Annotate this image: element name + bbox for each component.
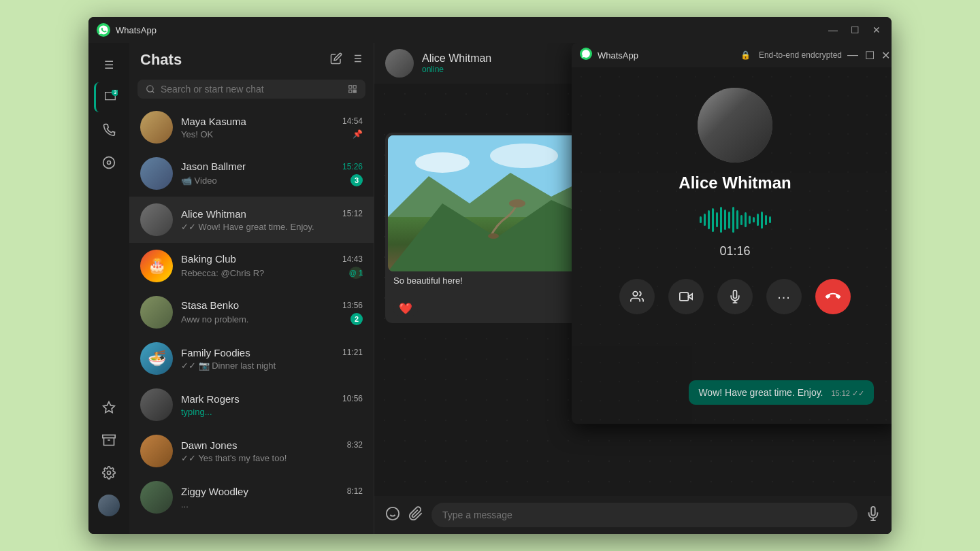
chat-item-jason[interactable]: Jason Ballmer 15:26 📹 Video 3 — [129, 150, 374, 197]
chat-item-baking[interactable]: 🎂 Baking Club 14:43 Rebecca: @Chris R? @… — [129, 243, 374, 289]
chat-last-maya: Yes! OK — [181, 129, 213, 139]
search-qr-icon — [348, 84, 357, 94]
call-title: WhatsApp — [598, 50, 735, 61]
chat-last-mark: typing... — [181, 407, 212, 417]
call-bubble-time: 15:12 ✓✓ — [831, 389, 864, 398]
chat-item-alice[interactable]: Alice Whitman 15:12 ✓✓ Wow! Have great t… — [129, 197, 374, 243]
svg-point-29 — [415, 152, 470, 173]
chat-time-mark: 10:56 — [342, 394, 363, 403]
lock-icon: 🔒 — [740, 50, 751, 60]
menu-icon[interactable]: ☰ — [94, 50, 124, 80]
sidebar-archive[interactable] — [94, 425, 124, 455]
wave-bar-11 — [740, 215, 742, 225]
end-call-btn[interactable] — [815, 279, 851, 314]
chats-header: Chats — [129, 43, 374, 77]
call-minimize-btn[interactable]: — — [847, 49, 858, 62]
chat-info-jason: Jason Ballmer 15:26 📹 Video 3 — [181, 161, 363, 186]
app-title: WhatsApp — [116, 25, 826, 35]
chat-info-stasa: Stasa Benko 13:56 Aww no problem. 2 — [181, 299, 363, 325]
call-overlay: WhatsApp 🔒 End-to-end endcrypted — ☐ ✕ A… — [572, 43, 892, 424]
emoji-button[interactable] — [385, 506, 400, 524]
svg-rect-43 — [680, 293, 689, 301]
msg-reaction[interactable]: ❤️ — [393, 301, 418, 316]
wave-bar-4 — [712, 208, 714, 232]
attach-button[interactable] — [408, 506, 423, 524]
chat-info-alice: Alice Whitman 15:12 ✓✓ Wow! Have great t… — [181, 208, 363, 232]
call-close-btn[interactable]: ✕ — [881, 49, 890, 62]
sidebar-bottom — [94, 393, 124, 527]
chat-time-alice: 15:12 — [342, 209, 363, 218]
sidebar-settings[interactable] — [94, 458, 124, 488]
chat-name-baking: Baking Club — [181, 253, 236, 265]
svg-rect-19 — [349, 90, 352, 93]
icon-sidebar: ☰ 3 — [88, 43, 129, 534]
svg-rect-21 — [355, 90, 357, 91]
chat-name-family: Family Foodies — [181, 347, 250, 358]
wave-bar-9 — [732, 207, 734, 233]
wave-bar-10 — [736, 210, 738, 229]
wave-bar-13 — [749, 216, 751, 224]
wave-bar-5 — [716, 212, 718, 227]
sidebar-item-calls[interactable] — [94, 115, 124, 145]
sidebar-item-status[interactable] — [94, 148, 124, 178]
svg-point-3 — [103, 157, 115, 169]
svg-point-30 — [490, 144, 558, 168]
chat-name-stasa: Stasa Benko — [181, 299, 239, 311]
search-input[interactable] — [161, 84, 342, 95]
search-bar — [137, 80, 365, 99]
chat-time-ziggy: 8:12 — [347, 486, 363, 496]
wave-bar-14 — [753, 217, 755, 222]
call-avatar-image — [698, 88, 772, 163]
call-body: Alice Whitman — [572, 67, 892, 424]
new-chat-icon[interactable] — [330, 52, 342, 67]
call-bubble-text: Wow! Have great time. Enjoy. — [698, 387, 823, 398]
chat-time-maya: 14:54 — [342, 116, 363, 126]
wave-bar-16 — [761, 212, 763, 229]
svg-line-16 — [152, 91, 154, 93]
svg-point-15 — [147, 86, 153, 92]
svg-point-34 — [488, 233, 499, 239]
message-input[interactable] — [431, 503, 858, 527]
whatsapp-logo — [97, 23, 110, 37]
chats-panel: Chats — [129, 43, 374, 534]
chat-time-stasa: 13:56 — [342, 301, 363, 310]
wave-bar-18 — [769, 216, 771, 223]
chat-last-stasa: Aww no problem. — [181, 314, 248, 324]
call-window-controls: — ☐ ✕ — [847, 49, 890, 62]
chat-item-ziggy[interactable]: Ziggy Woodley 8:12 ... — [129, 474, 374, 520]
maximize-btn[interactable]: ☐ — [848, 23, 862, 37]
chat-name-alice: Alice Whitman — [181, 208, 246, 220]
title-bar: WhatsApp — ☐ ✕ — [88, 17, 892, 43]
chat-main: Alice Whitman online — [374, 43, 892, 534]
minimize-btn[interactable]: — — [826, 23, 840, 37]
switch-view-btn[interactable] — [619, 279, 655, 314]
svg-rect-23 — [355, 92, 357, 93]
chat-time-family: 11:21 — [342, 348, 363, 357]
mute-btn[interactable] — [717, 279, 753, 314]
close-btn[interactable]: ✕ — [870, 23, 883, 37]
chat-name-jason: Jason Ballmer — [181, 161, 246, 172]
call-waveform — [700, 206, 771, 233]
filter-icon[interactable] — [350, 52, 363, 67]
call-chat-bubble: Wow! Have great time. Enjoy. 15:12 ✓✓ — [689, 380, 874, 405]
chat-name-dawn: Dawn Jones — [181, 439, 238, 451]
video-btn[interactable] — [668, 279, 704, 314]
chat-item-mark[interactable]: Mark Rogers 10:56 typing... — [129, 382, 374, 428]
chat-item-family[interactable]: 🍜 Family Foodies 11:21 ✓✓ 📷 Dinner last … — [129, 335, 374, 382]
chat-item-maya[interactable]: Maya Kasuma 14:54 Yes! OK 📌 — [129, 104, 374, 150]
sidebar-item-chats[interactable]: 3 — [94, 82, 124, 112]
wave-bar-17 — [765, 215, 767, 225]
avatar-mark — [140, 388, 173, 421]
chat-item-stasa[interactable]: Stasa Benko 13:56 Aww no problem. 2 — [129, 289, 374, 335]
svg-rect-6 — [103, 435, 115, 438]
more-options-btn[interactable]: ··· — [766, 279, 802, 314]
svg-point-4 — [108, 161, 111, 165]
wave-bar-1 — [700, 216, 702, 223]
chat-item-dawn[interactable]: Dawn Jones 8:32 ✓✓ Yes that's my fave to… — [129, 428, 374, 474]
avatar-baking: 🎂 — [140, 250, 173, 282]
user-avatar[interactable] — [94, 490, 124, 520]
sidebar-starred[interactable] — [94, 393, 124, 422]
call-maximize-btn[interactable]: ☐ — [865, 49, 875, 62]
mic-button[interactable] — [866, 506, 881, 524]
chat-header-avatar[interactable] — [385, 49, 414, 78]
